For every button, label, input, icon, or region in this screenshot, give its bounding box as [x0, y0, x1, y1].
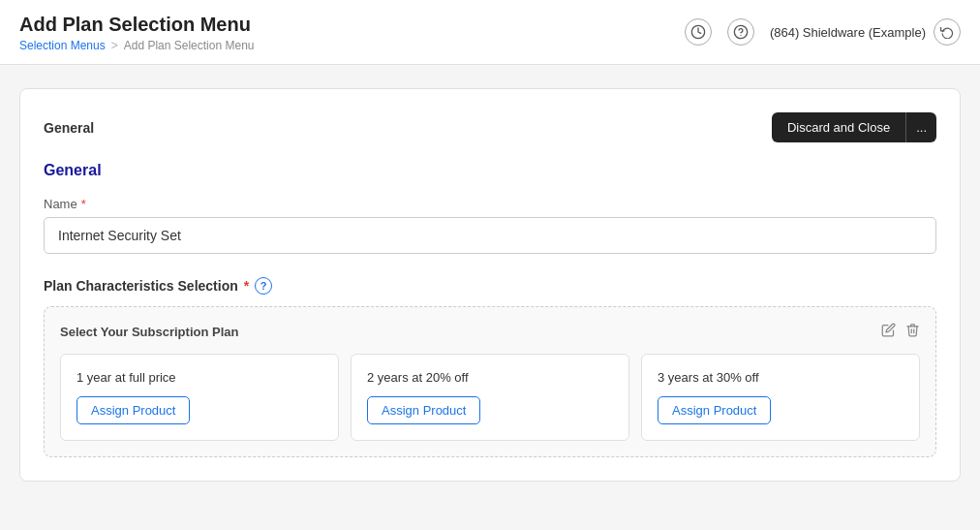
- plan-card-3-title: 3 years at 30% off: [658, 370, 903, 385]
- company-info[interactable]: (864) Shieldware (Example): [770, 18, 961, 46]
- switch-company-icon[interactable]: [934, 18, 961, 46]
- plan-card-1: 1 year at full price Assign Product: [60, 354, 339, 441]
- plan-required: *: [244, 278, 249, 294]
- subscription-box-title: Select Your Subscription Plan: [60, 325, 238, 339]
- delete-icon[interactable]: [905, 323, 920, 340]
- name-field-group: Name *: [44, 197, 936, 254]
- name-input[interactable]: [44, 217, 936, 254]
- history-icon[interactable]: [685, 18, 712, 46]
- plan-card-2: 2 years at 20% off Assign Product: [351, 354, 629, 441]
- plan-section-label: Plan Characteristics Selection * ?: [44, 277, 936, 295]
- edit-icon[interactable]: [881, 323, 896, 340]
- name-required: *: [81, 197, 86, 211]
- discard-close-button[interactable]: Discard and Close: [772, 112, 905, 142]
- plan-card-1-title: 1 year at full price: [77, 370, 322, 385]
- page-title: Add Plan Selection Menu: [19, 12, 255, 37]
- assign-product-button-2[interactable]: Assign Product: [367, 396, 480, 424]
- plan-card-3: 3 years at 30% off Assign Product: [641, 354, 920, 441]
- company-name: (864) Shieldware (Example): [770, 25, 926, 40]
- main-content: General Discard and Close ... General Na…: [0, 65, 980, 505]
- header-left: Add Plan Selection Menu Selection Menus …: [19, 12, 255, 52]
- name-label: Name *: [44, 197, 936, 211]
- more-options-button[interactable]: ...: [905, 112, 936, 142]
- card-header: General Discard and Close ...: [44, 112, 936, 142]
- app-header: Add Plan Selection Menu Selection Menus …: [0, 0, 980, 65]
- form-card: General Discard and Close ... General Na…: [19, 88, 961, 482]
- card-header-title: General: [44, 120, 94, 136]
- breadcrumb-parent[interactable]: Selection Menus: [19, 39, 106, 52]
- general-section-title: General: [44, 162, 936, 179]
- header-right: (864) Shieldware (Example): [685, 18, 961, 46]
- plan-card-2-title: 2 years at 20% off: [367, 370, 613, 385]
- subscription-box-header: Select Your Subscription Plan: [60, 323, 920, 340]
- breadcrumb-separator: >: [111, 39, 118, 52]
- card-actions: Discard and Close ...: [772, 112, 936, 142]
- breadcrumb: Selection Menus > Add Plan Selection Men…: [19, 39, 255, 52]
- subscription-box: Select Your Subscription Plan: [44, 306, 936, 457]
- plan-help-icon[interactable]: ?: [255, 277, 272, 295]
- breadcrumb-current: Add Plan Selection Menu: [124, 39, 255, 52]
- subscription-box-icons: [881, 323, 920, 340]
- assign-product-button-1[interactable]: Assign Product: [77, 396, 190, 424]
- assign-product-button-3[interactable]: Assign Product: [658, 396, 771, 424]
- plan-cards: 1 year at full price Assign Product 2 ye…: [60, 354, 920, 441]
- help-icon[interactable]: [727, 18, 754, 46]
